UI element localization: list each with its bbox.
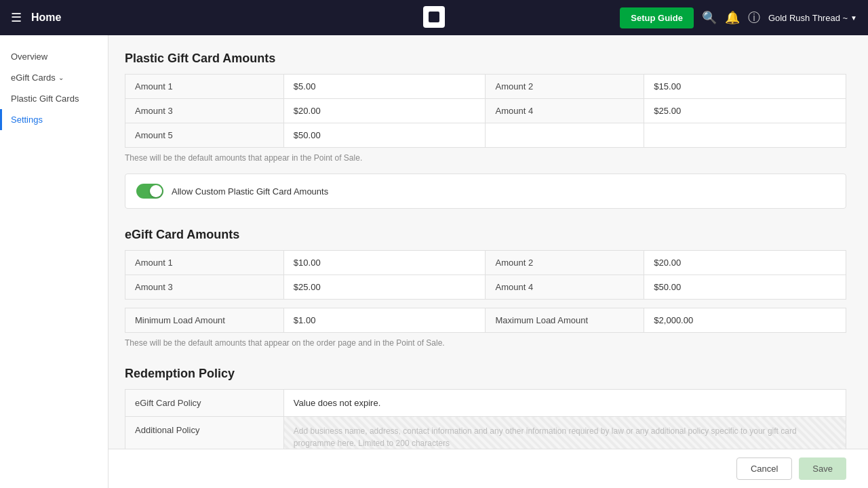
sidebar-item-settings[interactable]: Settings bbox=[0, 109, 108, 130]
redemption-policy-title: Redemption Policy bbox=[125, 367, 846, 381]
amount4-label: Amount 4 bbox=[486, 99, 644, 123]
egift-amount1-label: Amount 1 bbox=[125, 251, 284, 275]
square-logo bbox=[423, 6, 445, 28]
custom-amounts-toggle[interactable] bbox=[136, 184, 163, 199]
sidebar-item-egift-cards[interactable]: eGift Cards ⌄ bbox=[0, 67, 108, 88]
amount1-label: Amount 1 bbox=[125, 75, 284, 99]
egift-amount1-value: $10.00 bbox=[283, 251, 486, 275]
policy-egift-row: eGift Card Policy Value does not expire. bbox=[125, 390, 846, 417]
amount5-label: Amount 5 bbox=[125, 123, 284, 148]
amount3-value: $20.00 bbox=[283, 99, 486, 123]
plastic-helper-text: These will be the default amounts that a… bbox=[125, 153, 846, 163]
min-load-value: $1.00 bbox=[283, 308, 486, 333]
egift-amounts-table: Amount 1 $10.00 Amount 2 $20.00 Amount 3… bbox=[125, 250, 846, 300]
table-row: Amount 3 $25.00 Amount 4 $50.00 bbox=[125, 275, 846, 300]
egift-helper-text: These will be the default amounts that a… bbox=[125, 338, 846, 348]
toggle-knob bbox=[150, 185, 162, 197]
egift-card-title: eGift Card Amounts bbox=[125, 228, 846, 242]
egift-chevron-icon: ⌄ bbox=[58, 74, 64, 81]
custom-amounts-toggle-row: Allow Custom Plastic Gift Card Amounts bbox=[125, 174, 846, 209]
top-nav: ☰ Home Setup Guide 🔍 🔔 ⓘ Gold Rush Threa… bbox=[0, 0, 868, 35]
search-icon[interactable]: 🔍 bbox=[702, 10, 717, 25]
nav-title: Home bbox=[31, 12, 620, 24]
egift-amount3-label: Amount 3 bbox=[125, 275, 284, 300]
custom-amounts-label: Allow Custom Plastic Gift Card Amounts bbox=[172, 186, 328, 197]
table-row: Amount 1 $5.00 Amount 2 $15.00 bbox=[125, 75, 846, 99]
save-button[interactable]: Save bbox=[799, 458, 846, 480]
min-load-label: Minimum Load Amount bbox=[125, 308, 284, 333]
table-row: Amount 5 $50.00 bbox=[125, 123, 846, 148]
table-row: Amount 3 $20.00 Amount 4 $25.00 bbox=[125, 99, 846, 123]
egift-amount2-value: $20.00 bbox=[644, 251, 846, 275]
help-icon[interactable]: ⓘ bbox=[748, 9, 760, 26]
plastic-gift-card-section: Plastic Gift Card Amounts Amount 1 $5.00… bbox=[125, 52, 846, 209]
store-selector[interactable]: Gold Rush Thread ~ ▼ bbox=[768, 13, 857, 23]
amount2-label: Amount 2 bbox=[486, 75, 644, 99]
max-load-value: $2,000.00 bbox=[644, 308, 846, 333]
load-amounts-table: Minimum Load Amount $1.00 Maximum Load A… bbox=[125, 308, 846, 333]
max-load-label: Maximum Load Amount bbox=[486, 308, 644, 333]
footer-actions: Cancel Save bbox=[108, 449, 868, 488]
sidebar-item-overview[interactable]: Overview bbox=[0, 46, 108, 67]
table-row: Amount 1 $10.00 Amount 2 $20.00 bbox=[125, 251, 846, 275]
store-chevron-icon: ▼ bbox=[850, 14, 857, 22]
amount5-value: $50.00 bbox=[283, 123, 486, 148]
main-layout: Overview eGift Cards ⌄ Plastic Gift Card… bbox=[0, 35, 868, 488]
egift-amount4-label: Amount 4 bbox=[486, 275, 644, 300]
egift-amount3-value: $25.00 bbox=[283, 275, 486, 300]
egift-amount4-value: $50.00 bbox=[644, 275, 846, 300]
sidebar: Overview eGift Cards ⌄ Plastic Gift Card… bbox=[0, 35, 108, 488]
plastic-amounts-table: Amount 1 $5.00 Amount 2 $15.00 Amount 3 … bbox=[125, 74, 846, 148]
plastic-gift-card-title: Plastic Gift Card Amounts bbox=[125, 52, 846, 66]
sidebar-item-plastic-gift-cards[interactable]: Plastic Gift Cards bbox=[0, 88, 108, 109]
table-row: Minimum Load Amount $1.00 Maximum Load A… bbox=[125, 308, 846, 333]
main-content: Plastic Gift Card Amounts Amount 1 $5.00… bbox=[108, 35, 868, 488]
store-name: Gold Rush Thread ~ bbox=[768, 13, 848, 23]
cancel-button[interactable]: Cancel bbox=[736, 458, 792, 480]
amount4-value: $25.00 bbox=[644, 99, 846, 123]
amount1-value: $5.00 bbox=[283, 75, 486, 99]
bell-icon[interactable]: 🔔 bbox=[725, 10, 740, 25]
amount3-label: Amount 3 bbox=[125, 99, 284, 123]
egift-policy-value: Value does not expire. bbox=[283, 390, 846, 417]
amount2-value: $15.00 bbox=[644, 75, 846, 99]
egift-card-section: eGift Card Amounts Amount 1 $10.00 Amoun… bbox=[125, 228, 846, 348]
hamburger-icon[interactable]: ☰ bbox=[11, 10, 22, 25]
egift-amount2-label: Amount 2 bbox=[486, 251, 644, 275]
egift-policy-label: eGift Card Policy bbox=[125, 390, 284, 417]
setup-guide-button[interactable]: Setup Guide bbox=[620, 7, 694, 28]
svg-rect-1 bbox=[429, 12, 439, 22]
